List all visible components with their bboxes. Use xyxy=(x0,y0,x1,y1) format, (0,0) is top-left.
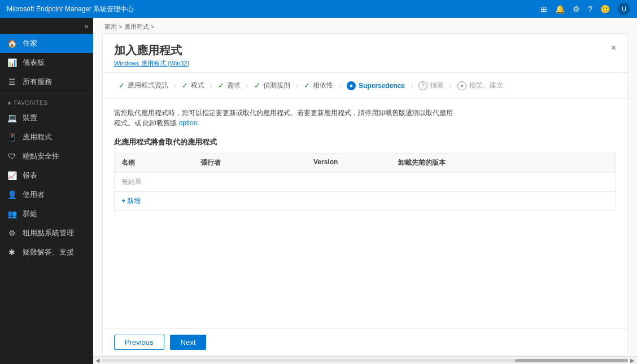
step-check-icon: ✓ xyxy=(254,81,260,90)
step-detection-rules[interactable]: ✓ 偵測規則 xyxy=(250,78,295,93)
sidebar-collapse-btn[interactable]: « xyxy=(0,18,93,34)
tenant-icon: ⚙ xyxy=(7,229,17,238)
main-layout: « 🏠 住家 📊 儀表板 ☰ 所有服務 ★ FAVORITES 💻 裝置 📱 應… xyxy=(0,18,637,364)
apps-icon: 📱 xyxy=(7,133,17,142)
gear-icon[interactable]: ⚙ xyxy=(573,5,580,14)
step-program[interactable]: ✓ 程式 xyxy=(177,78,209,93)
sidebar-item-label: 儀表板 xyxy=(23,58,45,68)
col-header-name: 名稱 xyxy=(115,154,194,172)
step-label: 檢笑、建立 xyxy=(469,81,503,90)
step-sep-2: › xyxy=(209,82,213,90)
step-label: 相依性 xyxy=(313,81,333,90)
panel-subtitle-text[interactable]: Windows 應用程式 (Win32) xyxy=(114,60,189,67)
breadcrumb-sep1: > xyxy=(119,23,124,30)
info-text-content: 當您取代應用程式時，您可以指定要更新或取代的應用程式。若要更新應用程式，請停用卸… xyxy=(114,109,453,127)
next-button[interactable]: Next xyxy=(170,335,207,350)
panel-title: 加入應用程式 xyxy=(114,43,189,58)
step-sep-3: › xyxy=(245,82,250,90)
user-icon: 👤 xyxy=(7,190,17,199)
sidebar-item-groups[interactable]: 👥 群組 xyxy=(0,204,93,223)
sidebar-item-dashboard[interactable]: 📊 儀表板 xyxy=(0,53,93,72)
app-title: Microsoft Endpoint Manager 系統管理中心 xyxy=(7,5,134,14)
sidebar-item-troubleshoot[interactable]: ✱ 疑難解答、支援 xyxy=(0,243,93,262)
sidebar-item-label: 應用程式 xyxy=(23,132,52,142)
sidebar-item-users[interactable]: 👤 使用者 xyxy=(0,185,93,204)
step-app-info[interactable]: ✓ 應用程式資訊 xyxy=(114,78,173,93)
reports-icon: 📈 xyxy=(7,171,17,180)
groups-icon: 👥 xyxy=(7,209,17,218)
dashboard-icon: 📊 xyxy=(7,58,17,67)
sidebar-item-tenant-admin[interactable]: ⚙ 租用點系統管理 xyxy=(0,223,93,243)
add-new-button[interactable]: + 新增 xyxy=(115,192,616,210)
topbar-icons: ⊞ 🔔 ⚙ ? 🙂 U xyxy=(540,3,630,15)
bell-icon[interactable]: 🔔 xyxy=(555,5,565,14)
step-check-icon: ✓ xyxy=(304,81,310,90)
shield-icon: 🛡 xyxy=(7,152,17,161)
smiley-icon[interactable]: 🙂 xyxy=(600,5,610,14)
main-content: 家用 > 應用程式 > 加入應用程式 Windows 應用程式 (Win32) … xyxy=(93,18,637,364)
devices-icon: 💻 xyxy=(7,113,17,122)
scrollbar-track[interactable] xyxy=(102,359,628,362)
step-review-create[interactable]: ● 檢笑、建立 xyxy=(453,78,508,93)
grid-icon[interactable]: ⊞ xyxy=(540,5,547,14)
close-button[interactable]: × xyxy=(611,43,616,53)
panel-header-left: 加入應用程式 Windows 應用程式 (Win32) xyxy=(114,43,189,68)
sidebar-item-label: 疑難解答、支援 xyxy=(23,247,74,257)
previous-button[interactable]: Previous xyxy=(114,335,164,350)
menu-icon: ☰ xyxy=(7,77,17,86)
step-sep-6: › xyxy=(409,82,414,90)
sidebar-item-apps[interactable]: 📱 應用程式 xyxy=(0,128,93,147)
supersedence-table: 名稱 張行者 Version 卸載先前的版本 無結果 + 新增 xyxy=(114,153,616,211)
help-icon[interactable]: ? xyxy=(588,5,592,14)
sidebar-item-devices[interactable]: 💻 裝置 xyxy=(0,108,93,128)
breadcrumb-sep2: > xyxy=(151,23,154,30)
step-label: 偵測規則 xyxy=(263,81,290,90)
step-supersedence[interactable]: ● Supersedence xyxy=(342,79,409,93)
step-requirements[interactable]: ✓ 需求 xyxy=(213,78,245,93)
scrollbar-thumb[interactable] xyxy=(515,359,628,362)
table-empty-row: 無結果 xyxy=(115,173,616,192)
step-dependencies[interactable]: ✓ 相依性 xyxy=(299,78,338,93)
step-inactive-marker: ? xyxy=(418,81,427,90)
step-sep-4: › xyxy=(295,82,299,90)
sidebar-item-home[interactable]: 🏠 住家 xyxy=(0,34,93,53)
step-sep-1: › xyxy=(173,82,177,90)
wizard-steps: ✓ 應用程式資訊 › ✓ 程式 › ✓ 需求 › ✓ 偵測規則 xyxy=(103,73,627,99)
sidebar: « 🏠 住家 📊 儀表板 ☰ 所有服務 ★ FAVORITES 💻 裝置 📱 應… xyxy=(0,18,93,364)
sidebar-item-endpoint-security[interactable]: 🛡 端點安全性 xyxy=(0,147,93,166)
home-icon: 🏠 xyxy=(7,39,17,48)
sidebar-item-label: 報表 xyxy=(23,170,37,181)
sidebar-item-label: 所有服務 xyxy=(23,77,52,87)
step-check-icon: ✓ xyxy=(218,81,224,90)
col-header-version: Version xyxy=(307,154,391,172)
step-label: 程式 xyxy=(191,81,204,90)
sidebar-item-all-services[interactable]: ☰ 所有服務 xyxy=(0,72,93,91)
info-text-link[interactable]: option. xyxy=(179,119,199,127)
breadcrumb-home[interactable]: 家用 xyxy=(104,23,117,30)
col-header-publisher: 張行者 xyxy=(194,154,307,172)
panel-footer: Previous Next xyxy=(103,328,627,356)
sidebar-item-label: 使用者 xyxy=(23,190,45,200)
step-label: Supersedence xyxy=(359,82,405,90)
breadcrumb-apps[interactable]: 應用程式 xyxy=(124,23,149,30)
topbar: Microsoft Endpoint Manager 系統管理中心 ⊞ 🔔 ⚙ … xyxy=(0,0,637,18)
sidebar-item-reports[interactable]: 📈 報表 xyxy=(0,166,93,185)
step-assign[interactable]: ? 指派 xyxy=(414,78,448,93)
scroll-right-arrow[interactable]: ▶ xyxy=(630,357,635,363)
step-sep-7: › xyxy=(448,82,453,90)
step-sep-5: › xyxy=(338,82,342,90)
step-inactive-marker: ● xyxy=(457,81,466,90)
content-area: 當您取代應用程式時，您可以指定要更新或取代的應用程式。若要更新應用程式，請停用卸… xyxy=(103,99,627,328)
sidebar-item-label: 住家 xyxy=(23,38,37,49)
table-header: 名稱 張行者 Version 卸載先前的版本 xyxy=(115,154,616,173)
step-label: 指派 xyxy=(430,81,444,90)
empty-label: 無結果 xyxy=(115,173,194,191)
step-check-icon: ✓ xyxy=(182,81,188,90)
section-title: 此應用程式將會取代的應用程式 xyxy=(114,137,616,147)
bottom-scrollbar: ◀ ▶ xyxy=(93,356,637,364)
scroll-left-arrow[interactable]: ◀ xyxy=(95,357,100,363)
sidebar-item-label: 端點安全性 xyxy=(23,151,59,161)
breadcrumb: 家用 > 應用程式 > xyxy=(93,18,637,31)
avatar[interactable]: U xyxy=(618,3,630,15)
step-active-circle: ● xyxy=(347,81,356,90)
